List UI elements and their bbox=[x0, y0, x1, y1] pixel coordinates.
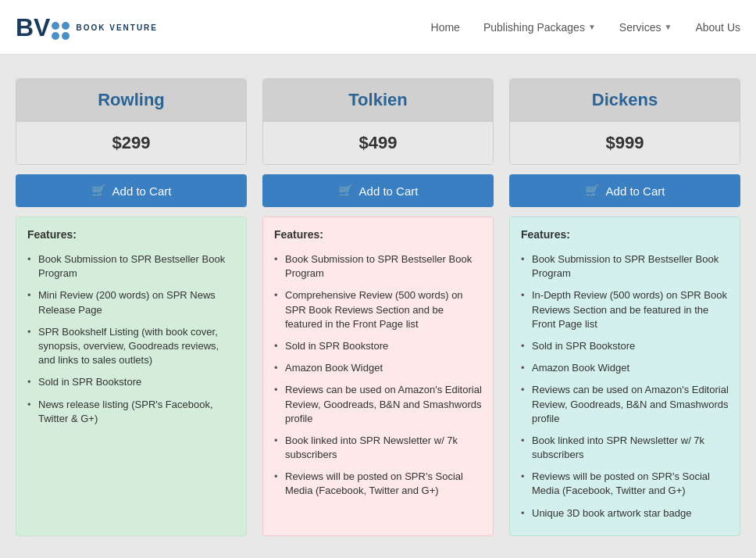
list-item: Book Submission to SPR Bestseller Book P… bbox=[27, 249, 235, 284]
add-to-cart-label-dickens: Add to Cart bbox=[606, 184, 665, 198]
features-label-dickens: Features: bbox=[521, 228, 729, 241]
price-box-dickens: Dickens$999 bbox=[509, 78, 740, 165]
list-item: Book linked into SPR Newsletter w/ 7k su… bbox=[274, 430, 482, 466]
list-item: Amazon Book Widget bbox=[274, 357, 482, 379]
logo[interactable]: BV BOOK VENTURE bbox=[16, 15, 158, 40]
nav-publishing-label: Publishing Packages bbox=[483, 21, 585, 34]
price-header-dickens: Dickens bbox=[510, 79, 740, 121]
add-to-cart-btn-rowling[interactable]: 🛒Add to Cart bbox=[16, 174, 247, 207]
price-amount-rowling: $299 bbox=[16, 122, 246, 164]
logo-dot-2 bbox=[62, 22, 70, 30]
list-item: Reviews will be posted on SPR's Social M… bbox=[274, 466, 482, 502]
price-amount-dickens: $999 bbox=[510, 122, 740, 164]
list-item: News release listing (SPR's Facebook, Tw… bbox=[27, 394, 235, 430]
nav-home-label: Home bbox=[431, 21, 460, 34]
logo-dot-3 bbox=[52, 32, 59, 40]
features-box-rowling: Features:Book Submission to SPR Bestsell… bbox=[16, 216, 247, 536]
logo-dot-4 bbox=[62, 32, 70, 40]
publishing-caret-icon: ▼ bbox=[588, 23, 596, 31]
price-header-tolkien: Tolkien bbox=[263, 79, 493, 121]
features-list-rowling: Book Submission to SPR Bestseller Book P… bbox=[27, 249, 235, 430]
logo-dot-1 bbox=[52, 22, 59, 30]
price-header-rowling: Rowling bbox=[16, 79, 246, 121]
package-name-rowling: Rowling bbox=[27, 90, 235, 110]
add-to-cart-btn-dickens[interactable]: 🛒Add to Cart bbox=[509, 174, 740, 207]
list-item: SPR Bookshelf Listing (with book cover, … bbox=[27, 321, 235, 372]
cart-icon-tolkien: 🛒 bbox=[338, 184, 353, 198]
list-item: Book Submission to SPR Bestseller Book P… bbox=[521, 249, 729, 284]
main-content: Rowling$299🛒Add to CartFeatures:Book Sub… bbox=[0, 55, 756, 558]
list-item: In-Depth Review (500 words) on SPR Book … bbox=[521, 284, 729, 335]
features-box-dickens: Features:Book Submission to SPR Bestsell… bbox=[509, 216, 740, 536]
list-item: Mini Review (200 words) on SPR News Rele… bbox=[27, 284, 235, 320]
features-label-rowling: Features: bbox=[27, 228, 235, 241]
package-name-dickens: Dickens bbox=[521, 90, 729, 110]
list-item: Reviews can be used on Amazon's Editoria… bbox=[274, 379, 482, 430]
nav-links: Home Publishing Packages ▼ Services ▼ Ab… bbox=[431, 21, 740, 34]
packages-grid: Rowling$299🛒Add to CartFeatures:Book Sub… bbox=[16, 78, 740, 536]
logo-text: BOOK VENTURE bbox=[76, 23, 158, 32]
features-list-tolkien: Book Submission to SPR Bestseller Book P… bbox=[274, 249, 482, 503]
nav-publishing[interactable]: Publishing Packages ▼ bbox=[483, 21, 596, 34]
list-item: Comprehensive Review (500 words) on SPR … bbox=[274, 284, 482, 335]
price-amount-tolkien: $499 bbox=[263, 122, 493, 164]
price-box-rowling: Rowling$299 bbox=[16, 78, 247, 165]
list-item: Reviews can be used on Amazon's Editoria… bbox=[521, 379, 729, 430]
nav-services[interactable]: Services ▼ bbox=[619, 21, 672, 34]
add-to-cart-btn-tolkien[interactable]: 🛒Add to Cart bbox=[262, 174, 494, 207]
list-item: Sold in SPR Bookstore bbox=[521, 335, 729, 357]
features-list-dickens: Book Submission to SPR Bestseller Book P… bbox=[521, 249, 729, 524]
list-item: Amazon Book Widget bbox=[521, 357, 729, 379]
list-item: Sold in SPR Bookstore bbox=[27, 371, 235, 393]
package-card-tolkien: Tolkien$499🛒Add to CartFeatures:Book Sub… bbox=[262, 78, 494, 536]
add-to-cart-label-rowling: Add to Cart bbox=[112, 184, 172, 198]
nav-about-label: About Us bbox=[695, 21, 740, 34]
features-label-tolkien: Features: bbox=[274, 228, 482, 241]
logo-dots bbox=[52, 22, 70, 40]
cart-icon-dickens: 🛒 bbox=[585, 184, 600, 198]
package-card-rowling: Rowling$299🛒Add to CartFeatures:Book Sub… bbox=[16, 78, 247, 536]
list-item: Sold in SPR Bookstore bbox=[274, 335, 482, 357]
package-card-dickens: Dickens$999🛒Add to CartFeatures:Book Sub… bbox=[509, 78, 740, 536]
nav-home[interactable]: Home bbox=[431, 21, 460, 34]
nav-about[interactable]: About Us bbox=[695, 21, 740, 34]
nav-services-label: Services bbox=[619, 21, 662, 34]
navbar: BV BOOK VENTURE Home Publishing Packages… bbox=[0, 0, 756, 55]
services-caret-icon: ▼ bbox=[665, 23, 672, 31]
list-item: Book Submission to SPR Bestseller Book P… bbox=[274, 249, 482, 284]
add-to-cart-label-tolkien: Add to Cart bbox=[359, 184, 419, 198]
logo-bv: BV bbox=[16, 15, 50, 40]
list-item: Unique 3D book artwork star badge bbox=[521, 503, 729, 524]
cart-icon-rowling: 🛒 bbox=[91, 184, 106, 198]
list-item: Book linked into SPR Newsletter w/ 7k su… bbox=[521, 430, 729, 466]
package-name-tolkien: Tolkien bbox=[274, 90, 482, 110]
features-box-tolkien: Features:Book Submission to SPR Bestsell… bbox=[262, 216, 494, 536]
list-item: Reviews will be posted on SPR's Social M… bbox=[521, 466, 729, 502]
price-box-tolkien: Tolkien$499 bbox=[262, 78, 494, 165]
